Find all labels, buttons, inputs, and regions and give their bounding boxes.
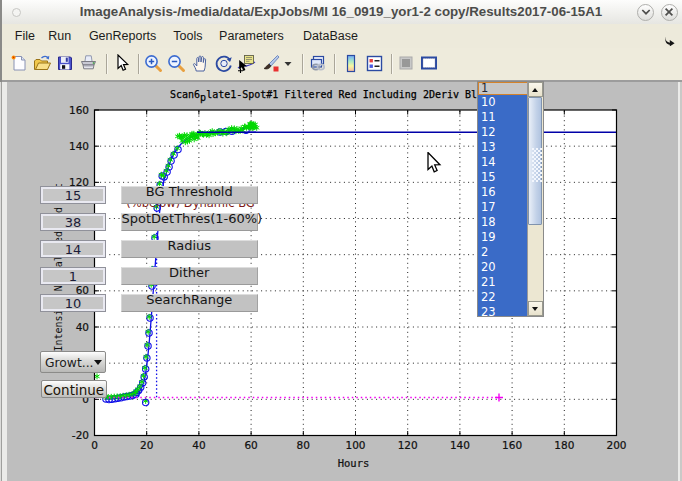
- list-item-1[interactable]: 1: [478, 82, 528, 95]
- y-tick-label: 160: [69, 104, 89, 116]
- window-frame-right: [678, 82, 682, 481]
- edit-field-searchrange[interactable]: 10: [40, 294, 106, 312]
- button-searchrange[interactable]: SearchRange: [121, 294, 259, 312]
- x-tick-label: 180: [554, 439, 574, 451]
- scrollbar-up-button[interactable]: [528, 82, 543, 97]
- spot-listbox[interactable]: 110111213141516171819220212223: [477, 81, 544, 317]
- button-dither[interactable]: Dither: [121, 267, 259, 285]
- x-tick-label: 80: [297, 439, 310, 451]
- x-tick-label: 0: [91, 439, 98, 451]
- list-item-14[interactable]: 14: [478, 155, 528, 170]
- y-tick-label: 40: [76, 321, 89, 333]
- list-item-15[interactable]: 15: [478, 170, 528, 185]
- list-item-12[interactable]: 12: [478, 125, 528, 140]
- list-item-21[interactable]: 21: [478, 275, 528, 290]
- x-tick-label: 140: [450, 439, 470, 451]
- x-tick-label: 120: [398, 439, 418, 451]
- continue-button[interactable]: Continue: [41, 380, 107, 398]
- x-tick-label: 160: [502, 439, 522, 451]
- x-tick-label: 40: [192, 439, 205, 451]
- scrollbar-thumb[interactable]: [528, 97, 542, 225]
- mouse-cursor-icon: [427, 152, 443, 174]
- list-item-19[interactable]: 19: [478, 230, 528, 245]
- list-item-16[interactable]: 16: [478, 185, 528, 200]
- x-tick-label: 20: [140, 439, 153, 451]
- list-item-23[interactable]: 23: [478, 305, 528, 316]
- x-tick-label: 100: [345, 439, 365, 451]
- x-axis-label: Hours: [338, 457, 370, 469]
- list-item-10[interactable]: 10: [478, 95, 528, 110]
- list-item-17[interactable]: 17: [478, 200, 528, 215]
- y-tick-label: 140: [69, 140, 89, 152]
- scroll-up-arrow-icon: [532, 88, 538, 92]
- list-item-11[interactable]: 11: [478, 110, 528, 125]
- list-item-18[interactable]: 18: [478, 215, 528, 230]
- listbox-items: 110111213141516171819220212223: [478, 82, 528, 317]
- list-item-13[interactable]: 13: [478, 140, 528, 155]
- popup-selected-value: Growt...: [45, 356, 93, 370]
- button-bg-threshold[interactable]: BG Threshold: [121, 186, 259, 204]
- growth-popup-menu[interactable]: Growt...: [40, 351, 106, 373]
- edit-field-dither[interactable]: 1: [40, 267, 106, 285]
- x-tick-label: 60: [244, 439, 257, 451]
- list-item-22[interactable]: 22: [478, 290, 528, 305]
- app-window: ImageAnalysis-/media/data/ExpJobs/MI 16_…: [0, 0, 682, 481]
- listbox-scrollbar[interactable]: [527, 82, 543, 316]
- scroll-down-arrow-icon: [532, 307, 538, 311]
- popup-dropdown-arrow-icon: [94, 360, 102, 365]
- edit-field-radius[interactable]: 14: [40, 240, 106, 258]
- list-item-2[interactable]: 2: [478, 245, 528, 260]
- edit-field-spotdetthres-1-60-[interactable]: 38: [40, 213, 106, 231]
- plot-title: Scan6plate1-Spot#1 Filtered Red Includin…: [170, 89, 507, 103]
- scrollbar-grip-icon: [532, 148, 542, 182]
- x-tick-label: 200: [606, 439, 626, 451]
- edit-field-bg-threshold[interactable]: 15: [40, 186, 106, 204]
- y-tick-label: -20: [72, 429, 89, 441]
- scrollbar-down-button[interactable]: [528, 301, 543, 316]
- button-radius[interactable]: Radius: [121, 240, 259, 258]
- window-frame-top-left: [0, 0, 2, 82]
- list-item-20[interactable]: 20: [478, 260, 528, 275]
- window-frame-left: [0, 82, 7, 481]
- button-spotdetthres-1-60-[interactable]: SpotDetThres(1-60%): [121, 213, 259, 231]
